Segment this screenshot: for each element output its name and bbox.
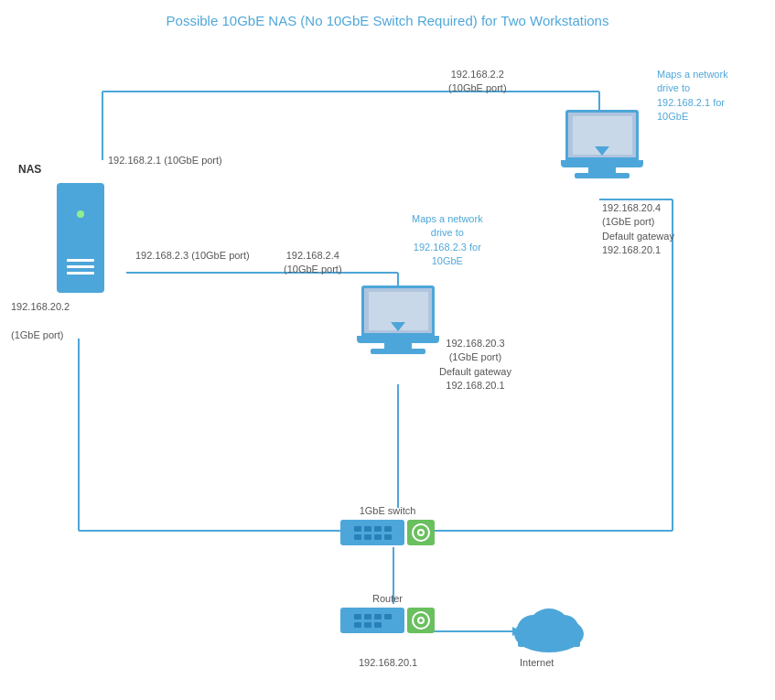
- ws1-arrow: [391, 322, 405, 331]
- router-device: Router: [340, 593, 435, 633]
- ws2-foot: [575, 173, 630, 178]
- nas-1gbe-label: 192.168.20.2(1GbE port): [11, 300, 70, 342]
- router-inner: [417, 617, 425, 624]
- workstation1: [357, 285, 439, 354]
- ws1-screen: [361, 285, 435, 336]
- nas-device: NAS: [57, 183, 104, 293]
- router-port: [364, 614, 371, 619]
- router-port: [384, 614, 392, 619]
- switch-icon: [412, 523, 430, 542]
- router-port: [374, 614, 382, 619]
- switch-port: [354, 526, 361, 532]
- router-ports-bottom: [354, 622, 392, 628]
- switch-label: 1GbE switch: [360, 505, 416, 516]
- router-port: [364, 622, 371, 628]
- ws1-1g-label: 192.168.20.3(1GbE port)Default gateway19…: [439, 337, 511, 393]
- switch-port: [364, 526, 371, 532]
- router-ip-label: 192.168.20.1: [359, 657, 417, 668]
- ws2-map-label: Maps a networkdrive to192.168.2.1 for10G…: [657, 68, 728, 124]
- svg-point-18: [531, 608, 567, 636]
- switch-sfp: [407, 520, 435, 545]
- nas-ip2-label: 192.168.2.3 (10GbE port): [135, 249, 250, 263]
- switch-main: [340, 520, 404, 545]
- ws1-map-label: Maps a networkdrive to192.168.2.3 for10G…: [412, 212, 483, 269]
- ws1-10g-label: 192.168.2.4(10GbE port): [284, 249, 342, 277]
- diagram-title: Possible 10GbE NAS (No 10GbE Switch Requ…: [167, 13, 609, 28]
- switch-port: [384, 526, 392, 532]
- nas-label: NAS: [18, 163, 41, 176]
- router-sfp: [407, 608, 435, 633]
- switch-ports-bottom: [354, 534, 392, 540]
- switch-port: [374, 526, 382, 532]
- switch-ports-top: [354, 526, 392, 532]
- ws2-10g-label: 192.168.2.2(10GbE port): [448, 68, 507, 96]
- internet-cloud: [511, 602, 588, 657]
- switch-inner: [417, 529, 425, 536]
- switch-port: [354, 534, 361, 540]
- workstation2: [561, 110, 643, 178]
- ws2-screen: [565, 110, 639, 160]
- router-port: [354, 614, 361, 619]
- switch-port: [384, 534, 392, 540]
- router-ports-top: [354, 614, 392, 619]
- router-port: [354, 622, 361, 628]
- nas-lines: [67, 259, 94, 275]
- network-diagram: Possible 10GbE NAS (No 10GbE Switch Requ…: [0, 0, 775, 700]
- router-icon: [412, 611, 430, 630]
- router-port: [374, 622, 382, 628]
- router-label: Router: [372, 593, 403, 604]
- svg-rect-19: [518, 633, 580, 647]
- ws2-1g-label: 192.168.20.4(1GbE port)Default gateway19…: [602, 201, 674, 258]
- ws2-arrow: [595, 146, 609, 156]
- switch-port: [374, 534, 382, 540]
- switch-device: 1GbE switch: [340, 505, 435, 545]
- internet-label: Internet: [520, 657, 554, 668]
- nas-indicator: [77, 210, 84, 218]
- router-main: [340, 608, 404, 633]
- router-body: [340, 608, 435, 633]
- ws1-foot: [371, 349, 425, 354]
- switch-port: [364, 534, 371, 540]
- ws1-base: [357, 336, 439, 343]
- nas-body: [57, 183, 104, 293]
- switch-body: [340, 520, 435, 545]
- nas-ip1-label: 192.168.2.1 (10GbE port): [108, 154, 222, 167]
- ws2-base: [561, 160, 643, 167]
